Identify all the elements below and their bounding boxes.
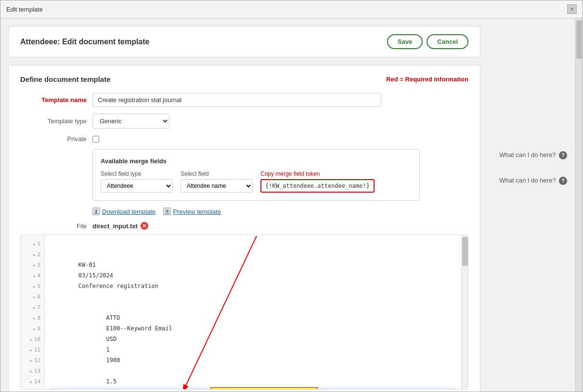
- copy-token-col: Copy merge field token {!KW_attendeee.at…: [260, 170, 375, 193]
- page-title: Attendeee: Edit document template: [20, 38, 149, 46]
- required-highlight: Red: [386, 76, 398, 83]
- outer-scrollbar[interactable]: [575, 18, 583, 392]
- what-label-1: What can I do here?: [499, 151, 556, 158]
- line-expand-icon: ▶: [30, 379, 32, 385]
- cancel-button[interactable]: Cancel: [427, 34, 468, 49]
- line-expand-icon: ▶: [30, 357, 32, 364]
- download-template-link[interactable]: ⬇ Download template: [92, 208, 155, 215]
- code-line: 1: [51, 345, 455, 355]
- line-number: ▶1: [21, 239, 44, 249]
- line-number: ▶10: [21, 334, 44, 345]
- select-field-type-label: Select field type: [101, 170, 173, 177]
- indent: [51, 314, 106, 323]
- what-can-panel-2: What can I do here? ?: [488, 177, 567, 185]
- scrollbar-thumb: [462, 237, 468, 266]
- line-number: ▶15: [21, 387, 44, 389]
- private-checkbox[interactable]: [92, 136, 99, 143]
- code-line: ATTD: [51, 313, 455, 324]
- required-equals: = Required information: [400, 76, 468, 83]
- tag-text: KW-01: [78, 261, 96, 270]
- tag-text: USD: [106, 335, 117, 344]
- template-type-label: Template type: [20, 118, 92, 125]
- line-numbers: ▶1▶2▶3▶4▶5▶6▶7▶8▶9▶10▶11▶12▶13▶14▶15▶16▶…: [21, 235, 45, 389]
- select-field-select[interactable]: Attendee name: [181, 179, 253, 193]
- what-can-panel-1: What can I do here? ?: [488, 151, 567, 159]
- select-field-col: Select field Attendee name: [181, 170, 253, 193]
- section-title: Define document template: [20, 75, 111, 83]
- code-line: 1900: [51, 355, 455, 366]
- line-number: ▶2: [21, 249, 44, 260]
- private-label: Private: [20, 135, 92, 143]
- line-expand-icon: ▶: [33, 326, 36, 332]
- code-editor-container: ▶1▶2▶3▶4▶5▶6▶7▶8▶9▶10▶11▶12▶13▶14▶15▶16▶…: [21, 235, 468, 389]
- code-line: E100--Keyword Email: [51, 324, 455, 334]
- tag-name: </DESCRIPTION>: [352, 388, 401, 389]
- line-expand-icon: ▶: [33, 304, 36, 311]
- right-panel: What can I do here? ? What can I do here…: [488, 18, 575, 392]
- merge-fields-box: Available merge fields Select field type…: [92, 149, 420, 201]
- indent: [51, 324, 106, 333]
- line-number: ▶14: [21, 377, 44, 387]
- line-number: ▶7: [21, 302, 44, 313]
- line-expand-icon: ▶: [30, 347, 32, 353]
- preview-label: Preview template: [173, 208, 221, 215]
- help-icon-1[interactable]: ?: [559, 151, 567, 159]
- line-number: ▶8: [21, 313, 44, 324]
- download-label: Download template: [102, 208, 155, 215]
- file-delete-button[interactable]: ✕: [141, 222, 148, 230]
- template-name-input[interactable]: [92, 93, 381, 107]
- required-info: Red = Required information: [386, 76, 468, 83]
- define-section: Define document template Red = Required …: [8, 65, 480, 392]
- indent: [51, 261, 78, 270]
- edit-template-dialog: Edit template × Attendeee: Edit document…: [0, 0, 583, 392]
- line-number: ▶4: [21, 271, 44, 281]
- line-number: ▶9: [21, 324, 44, 334]
- dialog-titlebar: Edit template ×: [0, 0, 583, 18]
- line-number: ▶11: [21, 345, 44, 355]
- line-expand-icon: ▶: [33, 273, 36, 279]
- indent: [51, 377, 106, 386]
- line-expand-icon: ▶: [33, 283, 36, 290]
- indent: [51, 250, 65, 259]
- indent: [51, 292, 78, 301]
- line-expand-icon: ▶: [33, 262, 36, 269]
- code-scrollbar[interactable]: [461, 235, 468, 389]
- line-expand-icon: ▶: [30, 336, 32, 343]
- main-content: Attendeee: Edit document template Save C…: [0, 18, 488, 392]
- merge-field-token[interactable]: {!KW_attendeee.attendee_name!}: [260, 179, 375, 193]
- help-icon-2[interactable]: ?: [559, 177, 567, 185]
- outer-scroll-thumb: [576, 20, 582, 59]
- template-name-row: Template name: [20, 93, 468, 107]
- line-number: ▶6: [21, 292, 44, 302]
- line-number: ▶5: [21, 281, 44, 292]
- tag-bracket: [51, 388, 106, 389]
- select-field-type-select[interactable]: Attendeee: [101, 179, 173, 193]
- code-line: Conference registration: [51, 281, 455, 292]
- header-buttons: Save Cancel: [387, 34, 468, 49]
- indent: [51, 282, 78, 291]
- template-type-select[interactable]: Generic: [92, 114, 169, 129]
- main-layout: Attendeee: Edit document template Save C…: [0, 18, 583, 392]
- file-label: File: [20, 222, 92, 230]
- line-expand-icon: ▶: [33, 294, 36, 301]
- code-line: [51, 249, 455, 260]
- code-line: KW-01: [51, 260, 455, 271]
- tag-text: ATTD: [106, 314, 120, 323]
- line-expand-icon: ▶: [33, 241, 36, 248]
- line-expand-icon: ▶: [33, 251, 36, 258]
- code-content[interactable]: KW-01 03/15/2024 Conference registration…: [45, 235, 461, 389]
- tag-text: 1.5: [106, 377, 117, 386]
- preview-template-link[interactable]: 👁 Preview template: [163, 208, 221, 215]
- indent: [51, 303, 92, 312]
- code-line: <DESCRIPTION>Registration for {!KW_atten…: [51, 387, 455, 389]
- code-editor-section: ▶1▶2▶3▶4▶5▶6▶7▶8▶9▶10▶11▶12▶13▶14▶15▶16▶…: [20, 235, 468, 390]
- header-section: Attendeee: Edit document template Save C…: [8, 26, 480, 57]
- template-type-row: Template type Generic: [20, 114, 468, 129]
- save-button[interactable]: Save: [387, 34, 423, 49]
- indent: [51, 356, 106, 365]
- tag-text: 03/15/2024: [78, 271, 113, 280]
- token-highlight: {!KW_attendeee.attendee_name!}: [210, 387, 318, 389]
- select-field-type-col: Select field type Attendeee: [101, 170, 173, 193]
- dialog-close-button[interactable]: ×: [567, 4, 577, 14]
- what-label-2: What can I do here?: [499, 177, 556, 184]
